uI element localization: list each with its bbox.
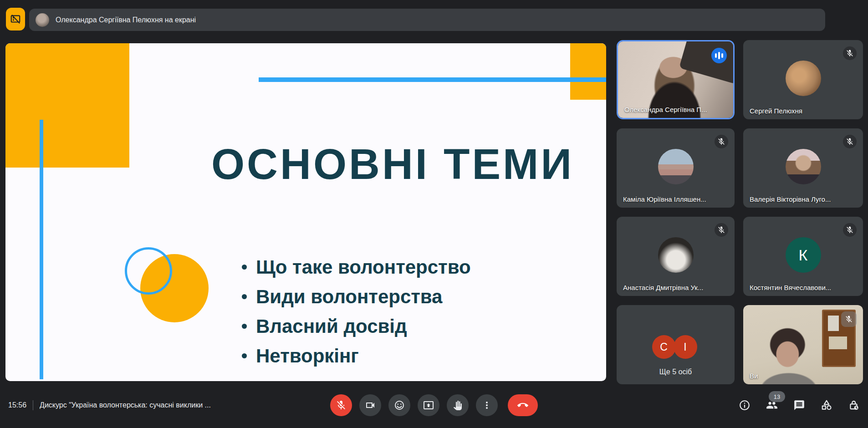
participant-tile-valeriia[interactable]: Валерія Вікторівна Луго...: [743, 128, 863, 208]
chat-icon: [793, 399, 805, 411]
presenter-banner-text: Олександра Сергіївна Пелюхня на екрані: [56, 16, 196, 24]
avatar: [786, 61, 821, 96]
participants-panel: Олександра Сергіївна П... Сергей Пелюхня…: [617, 40, 863, 384]
presenter-banner: Олександра Сергіївна Пелюхня на екрані: [29, 9, 825, 31]
panel-controls: 13: [739, 394, 860, 416]
call-controls: [0, 394, 868, 416]
letter-avatar: К: [786, 237, 821, 273]
mic-off-icon: [843, 223, 857, 237]
meeting-details-button[interactable]: [739, 399, 751, 411]
more-options-button[interactable]: [476, 394, 498, 416]
mic-off-icon: [715, 135, 728, 148]
host-controls-lock-icon: [848, 399, 860, 411]
bullet-dot: [242, 353, 247, 358]
raise-hand-button[interactable]: [447, 394, 469, 416]
mic-off-icon: [843, 135, 857, 148]
self-label: Ви: [750, 372, 758, 380]
bullet-dot: [242, 294, 247, 299]
overflow-avatar: I: [674, 335, 697, 359]
raise-hand-icon: [452, 400, 463, 411]
more-vert-icon: [481, 400, 492, 411]
videocam-icon: [365, 400, 376, 411]
participant-name: Валерія Вікторівна Луго...: [750, 195, 831, 203]
self-view-tile[interactable]: Ви: [743, 305, 863, 384]
info-icon: [739, 399, 751, 411]
present-screen-button[interactable]: [418, 394, 439, 416]
slide-bullet: Власний досвід: [242, 311, 471, 341]
mic-toggle-button[interactable]: [330, 394, 352, 416]
participant-name: Костянтин Вячеславови...: [750, 284, 831, 291]
slide-title: ОСНОВНІ ТЕМИ: [197, 140, 588, 189]
participant-count-badge: 13: [769, 391, 785, 402]
slide-blue-vertical-line: [40, 120, 43, 379]
host-controls-button[interactable]: [848, 399, 860, 411]
mic-off-icon: [715, 223, 728, 237]
mic-off-icon: [841, 311, 857, 327]
shared-screen-slide: ОСНОВНІ ТЕМИ Що таке волонтерство Види в…: [5, 43, 606, 381]
avatar: [658, 149, 694, 184]
overflow-label: Ще 5 осіб: [617, 368, 735, 376]
present-icon: [423, 400, 434, 411]
slide-blue-horizontal-line: [259, 77, 606, 82]
bullet-dot: [242, 324, 247, 329]
slide-yellow-corner: [570, 43, 606, 100]
avatar: [658, 237, 694, 273]
participant-tile-kamila[interactable]: Каміла Юріївна Ілляшен...: [617, 128, 735, 208]
slide-bullet-list: Що таке волонтерство Види волонтерства В…: [242, 252, 471, 371]
avatar: [786, 149, 821, 184]
participant-tile-kostiantyn[interactable]: К Костянтин Вячеславови...: [743, 217, 863, 296]
camera-toggle-button[interactable]: [359, 394, 381, 416]
slide-bullet: Що таке волонтерство: [242, 252, 471, 282]
bullet-dot: [242, 265, 247, 270]
participant-tile-anastasiia[interactable]: Анастасія Дмитрівна Ук...: [617, 217, 735, 296]
call-end-icon: [517, 400, 528, 411]
overflow-avatars: C I: [652, 335, 700, 359]
slide-bullet: Нетворкінг: [242, 341, 471, 371]
participant-tile-oleksandra[interactable]: Олександра Сергіївна П...: [617, 40, 735, 119]
presenter-avatar: [36, 13, 49, 27]
leave-call-button[interactable]: [508, 394, 538, 416]
speaking-indicator-icon: [711, 48, 727, 63]
activities-button[interactable]: [821, 399, 832, 411]
activities-icon: [821, 399, 832, 411]
slide-blue-ring: [125, 247, 172, 295]
participant-name: Каміла Юріївна Ілляшен...: [623, 195, 706, 203]
participant-name: Анастасія Дмитрівна Ук...: [623, 284, 703, 291]
slide-yellow-square: [5, 43, 129, 168]
slide-bullet: Види волонтерства: [242, 282, 471, 311]
restore-presentation-button[interactable]: [6, 8, 25, 31]
overflow-avatar: C: [652, 335, 676, 359]
participant-name: Олександра Сергіївна П...: [624, 106, 707, 113]
overflow-tile-more-people[interactable]: C I Ще 5 осіб: [617, 305, 735, 384]
mic-off-icon: [843, 46, 857, 60]
reactions-button[interactable]: [388, 394, 410, 416]
mic-off-icon: [336, 400, 347, 411]
participant-name: Сергей Пелюхня: [750, 107, 802, 115]
participant-tile-serhii[interactable]: Сергей Пелюхня: [743, 40, 863, 119]
presentation-off-icon: [10, 13, 21, 25]
emoji-icon: [394, 400, 405, 411]
chat-button[interactable]: [793, 399, 805, 411]
show-participants-button[interactable]: 13: [766, 399, 778, 411]
